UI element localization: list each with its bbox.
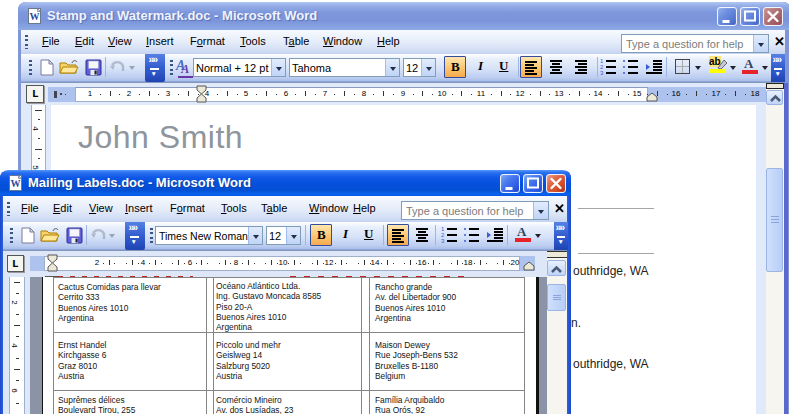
svg-text:W: W <box>30 11 40 22</box>
svg-text:W: W <box>11 178 21 189</box>
